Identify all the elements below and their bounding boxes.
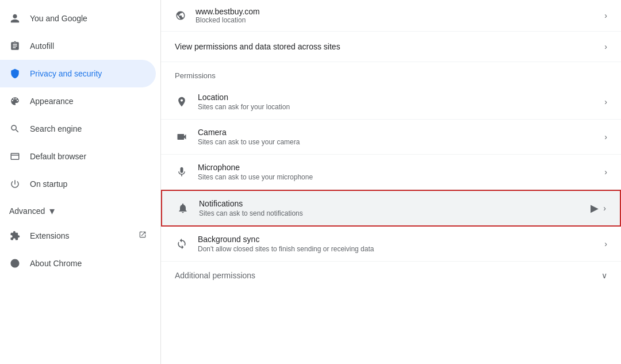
permissions-section-label: Permissions <box>161 62 621 85</box>
main-content: www.bestbuy.com Blocked location › View … <box>161 0 621 364</box>
location-info: Location Sites can ask for your location <box>198 93 595 111</box>
advanced-section[interactable]: Advanced ▾ <box>0 200 160 222</box>
sidebar-item-you-and-google[interactable]: You and Google <box>0 5 156 32</box>
sidebar-item-about-chrome[interactable]: About Chrome <box>0 250 156 277</box>
camera-title: Camera <box>198 128 595 137</box>
person-icon <box>9 13 21 24</box>
sidebar-item-autofill-label: Autofill <box>30 41 54 51</box>
puzzle-icon <box>9 230 21 242</box>
view-permissions-text: View permissions and data stored across … <box>175 42 604 51</box>
camera-icon <box>175 130 189 144</box>
permissions-label-text: Permissions <box>175 71 216 80</box>
sidebar-item-you-and-google-label: You and Google <box>30 14 87 23</box>
sidebar-item-default-browser-label: Default browser <box>30 152 86 161</box>
sidebar-item-default-browser[interactable]: Default browser <box>0 143 156 170</box>
sidebar-item-search-engine-label: Search engine <box>30 124 82 133</box>
background-sync-arrow: › <box>604 239 607 248</box>
power-icon <box>9 178 21 190</box>
permission-location[interactable]: Location Sites can ask for your location… <box>161 85 621 120</box>
view-permissions-row[interactable]: View permissions and data stored across … <box>161 32 621 62</box>
site-info: www.bestbuy.com Blocked location <box>195 7 595 24</box>
notifications-arrow: ▶ › <box>591 202 606 214</box>
chrome-icon <box>9 258 21 269</box>
sidebar-item-privacy-label: Privacy and security <box>30 69 102 78</box>
notifications-title: Notifications <box>199 199 581 208</box>
additional-permissions-row[interactable]: Additional permissions ∨ <box>161 262 621 289</box>
sidebar: You and Google Autofill Privacy and secu… <box>0 0 161 364</box>
permission-microphone[interactable]: Microphone Sites can ask to use your mic… <box>161 155 621 190</box>
sidebar-item-about-chrome-label: About Chrome <box>30 259 82 268</box>
advanced-label: Advanced <box>9 206 45 216</box>
additional-permissions-label: Additional permissions <box>175 271 601 280</box>
microphone-arrow: › <box>604 167 607 177</box>
site-row-bestbuy[interactable]: www.bestbuy.com Blocked location › <box>161 0 621 32</box>
browser-icon <box>9 151 21 162</box>
bell-icon <box>176 201 190 215</box>
sidebar-item-search-engine[interactable]: Search engine <box>0 115 156 143</box>
sync-icon <box>175 237 189 251</box>
camera-arrow: › <box>604 132 607 141</box>
location-title: Location <box>198 93 595 102</box>
camera-info: Camera Sites can ask to use your camera <box>198 128 595 146</box>
microphone-desc: Sites can ask to use your microphone <box>198 173 595 181</box>
microphone-icon <box>175 165 189 179</box>
sidebar-item-autofill[interactable]: Autofill <box>0 32 156 60</box>
cursor-symbol: ▶ <box>591 202 599 214</box>
shield-icon <box>9 68 21 79</box>
camera-desc: Sites can ask to use your camera <box>198 138 595 146</box>
expand-icon: ∨ <box>601 271 607 280</box>
sidebar-item-appearance-label: Appearance <box>30 97 74 106</box>
chevron-down-icon: ▾ <box>49 205 55 217</box>
permission-notifications[interactable]: Notifications Sites can ask to send noti… <box>161 190 621 227</box>
site-url: www.bestbuy.com <box>195 7 595 16</box>
external-link-icon <box>139 231 147 241</box>
background-sync-desc: Don't allow closed sites to finish sendi… <box>198 245 595 253</box>
sidebar-item-extensions-label: Extensions <box>30 231 69 240</box>
notifications-info: Notifications Sites can ask to send noti… <box>199 199 581 217</box>
notifications-desc: Sites can ask to send notifications <box>199 209 581 217</box>
view-permissions-arrow: › <box>604 42 607 51</box>
permission-camera[interactable]: Camera Sites can ask to use your camera … <box>161 120 621 155</box>
location-icon <box>175 95 189 109</box>
background-sync-info: Background sync Don't allow closed sites… <box>198 235 595 253</box>
palette-icon <box>9 95 21 107</box>
microphone-info: Microphone Sites can ask to use your mic… <box>198 163 595 181</box>
globe-icon <box>175 10 186 21</box>
site-row-arrow: › <box>604 11 607 20</box>
location-desc: Sites can ask for your location <box>198 103 595 111</box>
sidebar-item-extensions[interactable]: Extensions <box>0 222 156 250</box>
assignment-icon <box>9 40 21 52</box>
site-status: Blocked location <box>195 16 595 24</box>
background-sync-title: Background sync <box>198 235 595 244</box>
location-arrow: › <box>604 97 607 106</box>
permission-background-sync[interactable]: Background sync Don't allow closed sites… <box>161 227 621 262</box>
search-icon <box>9 123 21 135</box>
microphone-title: Microphone <box>198 163 595 172</box>
sidebar-item-privacy-and-security[interactable]: Privacy and security <box>0 60 156 87</box>
sidebar-item-on-startup-label: On startup <box>30 179 67 189</box>
sidebar-item-appearance[interactable]: Appearance <box>0 87 156 115</box>
sidebar-item-on-startup[interactable]: On startup <box>0 170 156 198</box>
